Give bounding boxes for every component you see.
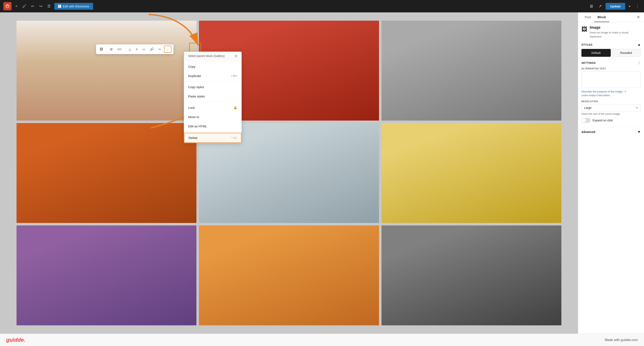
edit-html-label: Edit as HTML (188, 124, 207, 128)
context-menu-lock[interactable]: Lock 🔒 (184, 103, 242, 112)
lock-icon: 🔒 (234, 106, 237, 109)
settings-header: Settings ⋮ (582, 61, 641, 65)
image-tool-image[interactable]: 🖼 (98, 46, 105, 52)
styles-collapse-icon[interactable]: ▲ (638, 43, 641, 46)
image-tool-gallery[interactable]: ⊞ (108, 46, 114, 52)
guidde-logo: guidde. (6, 337, 25, 343)
parent-item-icon: ⊡ (235, 54, 237, 58)
preview-button[interactable]: ↗ (597, 2, 603, 10)
block-title: Image (590, 25, 641, 30)
alt-text-label: ALTERNATIVE TEXT (582, 67, 641, 70)
lock-label: Lock (188, 106, 195, 109)
more-options-button[interactable]: ⋮ (634, 2, 641, 10)
image-tool-code[interactable]: </> (116, 46, 124, 52)
expand-label: Expand on click (592, 119, 613, 122)
settings-section: Settings ⋮ ALTERNATIVE TEXT Describe the… (582, 61, 641, 123)
styles-header: Styles ▲ (582, 43, 641, 46)
block-info-text: Image Insert an image to make a visual s… (590, 25, 641, 39)
alt-text-input[interactable] (582, 71, 641, 88)
advanced-title: Advanced (582, 130, 595, 134)
alt-text-hint: Leave empty if decorative. (582, 94, 641, 97)
tools-button[interactable]: 🖊 (21, 3, 28, 10)
main-content: 🖼 ⊞ </> △ ≡ ▭ 🔗 ✂ ⋮ Select parent block … (0, 12, 578, 334)
resolution-select[interactable]: Large Thumbnail Medium Full Size (582, 104, 641, 111)
styles-buttons: Default Rounded (582, 49, 641, 57)
tab-block[interactable]: Block (594, 12, 609, 22)
toolbar-right: 🖥 ↗ Update ▪ ⋮ (588, 2, 641, 10)
image-tool-justify[interactable]: ≡ (134, 46, 139, 52)
gallery-image-7[interactable] (16, 225, 196, 325)
panel-tabs: Post Block ✕ (578, 12, 644, 22)
context-menu-copy-styles[interactable]: Copy styles (184, 82, 242, 92)
top-toolbar: + 🖊 ↩ ↪ ☰ 🅴 Edit with Elementor 🖥 ↗ Upda… (0, 0, 644, 12)
styles-section: Styles ▲ Default Rounded (582, 43, 641, 57)
svg-point-0 (6, 4, 9, 8)
image-tool-align[interactable]: △ (127, 46, 133, 52)
bottom-bar: guidde. Made with guidde.com (0, 334, 644, 346)
style-default-button[interactable]: Default (582, 49, 611, 57)
context-menu-duplicate[interactable]: Duplicate ⇧⌘D (184, 71, 242, 80)
right-panel: Post Block ✕ 🖼 Image Insert an image to … (578, 12, 644, 334)
settings-title: Settings (582, 61, 596, 64)
image-tool-more[interactable]: ⋮ (164, 46, 172, 53)
block-desc: Insert an image to make a visual stateme… (590, 30, 641, 39)
logo (3, 2, 12, 10)
tab-post[interactable]: Post (582, 12, 594, 22)
expand-toggle-row: Expand on click (582, 118, 641, 123)
image-tool-crop[interactable]: ✂ (157, 46, 163, 52)
resolution-hint: Select the size of the source image. (582, 112, 641, 115)
edit-elementor-label: Edit with Elementor (63, 4, 90, 8)
update-button[interactable]: Update (606, 3, 625, 10)
settings-more-icon[interactable]: ⋮ (638, 61, 641, 65)
undo-button[interactable]: ↩ (30, 3, 36, 10)
duplicate-shortcut: ⇧⌘D (230, 74, 237, 77)
alt-text-link-text: Describe the purpose of the image. (582, 90, 623, 93)
gallery-image-1[interactable] (16, 21, 196, 121)
delete-shortcut: ⌃⌥Z (230, 136, 237, 139)
gallery-image-4[interactable] (16, 123, 196, 223)
advanced-expand-icon: ▼ (638, 130, 641, 134)
advanced-row[interactable]: Advanced ▼ (582, 127, 641, 137)
context-menu-divider-4 (184, 132, 242, 132)
gallery-image-6[interactable] (382, 123, 562, 223)
context-menu-parent-item[interactable]: Select parent block (Gallery) ⊡ (184, 52, 242, 60)
edit-elementor-button[interactable]: 🅴 Edit with Elementor (54, 3, 93, 10)
gallery-image-9[interactable] (382, 225, 562, 325)
context-menu-divider-3 (184, 102, 242, 102)
expand-toggle[interactable] (582, 118, 590, 123)
copy-label: Copy (188, 65, 196, 68)
alt-text-link[interactable]: Describe the purpose of the image. ↗ (582, 90, 641, 93)
style-rounded-button[interactable]: Rounded (612, 49, 641, 57)
move-to-label: Move to (188, 115, 199, 119)
desktop-view-button[interactable]: 🖥 (588, 3, 595, 10)
settings-toggle-button[interactable]: ▪ (628, 3, 632, 10)
external-link-icon: ↗ (624, 90, 626, 93)
gallery-image-8[interactable] (199, 225, 379, 325)
duplicate-label: Duplicate (188, 74, 201, 78)
block-info-section: 🖼 Image Insert an image to make a visual… (582, 25, 641, 39)
context-menu-edit-html[interactable]: Edit as HTML (184, 122, 242, 131)
elementor-icon: 🅴 (58, 4, 61, 8)
image-tool-link[interactable]: 🔗 (148, 46, 156, 52)
delete-label: Delete (188, 136, 198, 140)
resolution-group: RESOLUTION Large Thumbnail Medium Full S… (582, 100, 641, 115)
image-tool-layout[interactable]: ▭ (140, 46, 147, 52)
redo-button[interactable]: ↪ (38, 3, 44, 10)
panel-close-button[interactable]: ✕ (636, 14, 641, 20)
block-image-icon: 🖼 (582, 26, 587, 33)
context-menu-copy[interactable]: Copy (184, 62, 242, 71)
context-menu: Select parent block (Gallery) ⊡ Copy Dup… (184, 52, 242, 143)
context-menu-divider-1 (184, 61, 242, 61)
list-view-button[interactable]: ☰ (46, 3, 52, 10)
context-menu-delete[interactable]: Delete ⌃⌥Z (184, 133, 242, 143)
made-with-text: Made with guidde.com (605, 338, 638, 342)
context-menu-paste-styles[interactable]: Paste styles (184, 92, 242, 101)
parent-item-label: Select parent block (Gallery) (188, 54, 225, 58)
resolution-label: RESOLUTION (582, 100, 641, 103)
panel-content: 🖼 Image Insert an image to make a visual… (578, 22, 644, 140)
gallery-area (0, 12, 578, 334)
gallery-image-3[interactable] (382, 21, 562, 121)
image-block-toolbar: 🖼 ⊞ </> △ ≡ ▭ 🔗 ✂ ⋮ (96, 44, 174, 54)
context-menu-move-to[interactable]: Move to (184, 112, 242, 122)
add-block-button[interactable]: + (14, 3, 19, 10)
